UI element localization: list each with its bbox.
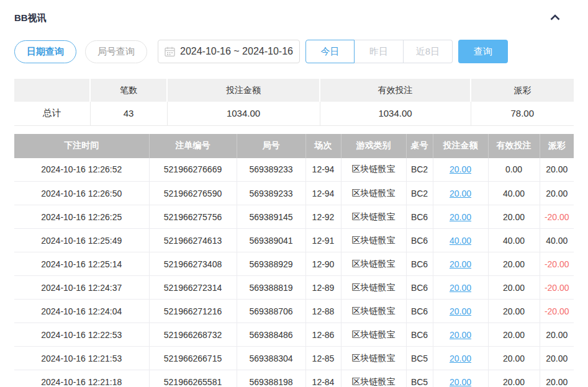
table-row: 2024-10-16 12:26:50521966276590569389233… xyxy=(14,182,574,205)
cell-game-type: 区块链骰宝 xyxy=(341,182,406,205)
summary-total-cell: 总计 xyxy=(14,102,90,125)
cell-bet-time: 2024-10-16 12:26:52 xyxy=(14,158,149,182)
cell-table-no: BC5 xyxy=(406,370,433,387)
cell-payout: 20.00 xyxy=(540,158,574,182)
records-col-header-valid-bet: 有效投注 xyxy=(488,134,540,158)
cell-game-type: 区块链骰宝 xyxy=(341,347,406,370)
summary-header-row: 笔数投注金额有效投注派彩 xyxy=(14,79,574,102)
cell-payout: -20.00 xyxy=(540,300,574,323)
cell-bet-amount: 20.00 xyxy=(433,370,488,387)
cell-valid-bet: 0.00 xyxy=(488,158,540,182)
cell-table-no: BC2 xyxy=(406,182,433,205)
cell-session: 12-84 xyxy=(305,370,341,387)
cell-session: 12-86 xyxy=(305,323,341,347)
cell-bet-amount: 40.00 xyxy=(433,229,488,252)
cell-table-no: BC6 xyxy=(406,323,433,347)
summary-total-cell: 1034.00 xyxy=(167,102,320,125)
cell-session: 12-90 xyxy=(305,252,341,276)
cell-bet-time: 2024-10-16 12:26:25 xyxy=(14,205,149,229)
summary-total-row: 总计431034.001034.0078.00 xyxy=(14,102,574,125)
cell-round-no: 569388706 xyxy=(237,300,305,323)
bet-amount-link[interactable]: 20.00 xyxy=(450,377,471,387)
cell-table-no: BC5 xyxy=(406,347,433,370)
bet-amount-link[interactable]: 20.00 xyxy=(450,259,471,269)
summary-col-header xyxy=(14,79,90,102)
cell-bet-id: 521966275756 xyxy=(149,205,237,229)
cell-bet-time: 2024-10-16 12:25:14 xyxy=(14,252,149,276)
bet-amount-link[interactable]: 40.00 xyxy=(450,236,471,246)
page-title: BB视讯 xyxy=(14,12,47,24)
cell-table-no: BC6 xyxy=(406,300,433,323)
date-range-input[interactable]: 2024-10-16 ~ 2024-10-16 xyxy=(158,40,300,63)
cell-round-no: 569389233 xyxy=(237,182,305,205)
cell-bet-id: 521966266715 xyxy=(149,347,237,370)
cell-game-type: 区块链骰宝 xyxy=(341,229,406,252)
summary-col-header: 派彩 xyxy=(471,79,574,102)
date-range-value: 2024-10-16 ~ 2024-10-16 xyxy=(180,46,293,57)
cell-bet-id: 521966273408 xyxy=(149,252,237,276)
cell-round-no: 569389041 xyxy=(237,229,305,252)
cell-table-no: BC2 xyxy=(406,158,433,182)
collapse-button[interactable] xyxy=(548,11,563,25)
cell-valid-bet: 20.00 xyxy=(488,323,540,347)
cell-session: 12-92 xyxy=(305,205,341,229)
cell-bet-id: 521966271216 xyxy=(149,300,237,323)
cell-bet-time: 2024-10-16 12:21:53 xyxy=(14,347,149,370)
cell-table-no: BC6 xyxy=(406,229,433,252)
bet-amount-link[interactable]: 20.00 xyxy=(450,189,471,198)
bet-amount-link[interactable]: 20.00 xyxy=(450,354,471,363)
records-col-header-bet-time: 下注时间 xyxy=(14,134,149,158)
quick-range-button-0[interactable]: 今日 xyxy=(305,40,355,63)
cell-bet-amount: 20.00 xyxy=(433,276,488,300)
records-col-header-table-no: 桌号 xyxy=(406,134,433,158)
cell-session: 12-88 xyxy=(305,300,341,323)
cell-bet-time: 2024-10-16 12:24:37 xyxy=(14,276,149,300)
cell-payout: 20.00 xyxy=(540,182,574,205)
bet-amount-link[interactable]: 20.00 xyxy=(450,164,471,174)
cell-payout: 20.00 xyxy=(540,323,574,347)
cell-game-type: 区块链骰宝 xyxy=(341,252,406,276)
panel-header: BB视讯 xyxy=(14,10,574,26)
cell-game-type: 区块链骰宝 xyxy=(341,205,406,229)
tab-round-query[interactable]: 局号查询 xyxy=(85,40,147,63)
cell-bet-amount: 20.00 xyxy=(433,158,488,182)
cell-valid-bet: 20.00 xyxy=(488,347,540,370)
cell-bet-time: 2024-10-16 12:21:18 xyxy=(14,370,149,387)
cell-game-type: 区块链骰宝 xyxy=(341,323,406,347)
cell-bet-id: 521966272314 xyxy=(149,276,237,300)
cell-game-type: 区块链骰宝 xyxy=(341,300,406,323)
cell-bet-id: 521966265581 xyxy=(149,370,237,387)
cell-round-no: 569389145 xyxy=(237,205,305,229)
bet-amount-link[interactable]: 20.00 xyxy=(450,283,471,293)
quick-range-button-1[interactable]: 昨日 xyxy=(355,40,404,63)
bet-amount-link[interactable]: 20.00 xyxy=(450,212,471,222)
tab-date-query[interactable]: 日期查询 xyxy=(14,40,76,63)
cell-bet-amount: 20.00 xyxy=(433,205,488,229)
cell-session: 12-91 xyxy=(305,229,341,252)
cell-valid-bet: 20.00 xyxy=(488,276,540,300)
bet-amount-link[interactable]: 20.00 xyxy=(450,306,471,316)
cell-session: 12-94 xyxy=(305,182,341,205)
cell-round-no: 569389233 xyxy=(237,158,305,182)
table-row: 2024-10-16 12:22:53521966268732569388486… xyxy=(14,323,574,347)
cell-session: 12-89 xyxy=(305,276,341,300)
bet-amount-link[interactable]: 20.00 xyxy=(450,330,471,340)
records-col-header-bet-amount: 投注金额 xyxy=(433,134,488,158)
search-button[interactable]: 查询 xyxy=(458,40,508,63)
cell-game-type: 区块链骰宝 xyxy=(341,370,406,387)
cell-valid-bet: 20.00 xyxy=(488,205,540,229)
summary-total-cell: 1034.00 xyxy=(320,102,471,125)
cell-bet-amount: 20.00 xyxy=(433,300,488,323)
cell-bet-id: 521966274613 xyxy=(149,229,237,252)
cell-valid-bet: 20.00 xyxy=(488,252,540,276)
summary-col-header: 笔数 xyxy=(90,79,167,102)
quick-range-button-2[interactable]: 近8日 xyxy=(404,40,453,63)
cell-session: 12-94 xyxy=(305,158,341,182)
cell-bet-id: 521966268732 xyxy=(149,323,237,347)
table-row: 2024-10-16 12:26:52521966276669569389233… xyxy=(14,158,574,182)
table-row: 2024-10-16 12:21:53521966266715569388304… xyxy=(14,347,574,370)
quick-range-group: 今日昨日近8日 xyxy=(305,40,453,63)
cell-bet-amount: 20.00 xyxy=(433,323,488,347)
cell-bet-amount: 20.00 xyxy=(433,252,488,276)
cell-bet-amount: 20.00 xyxy=(433,347,488,370)
